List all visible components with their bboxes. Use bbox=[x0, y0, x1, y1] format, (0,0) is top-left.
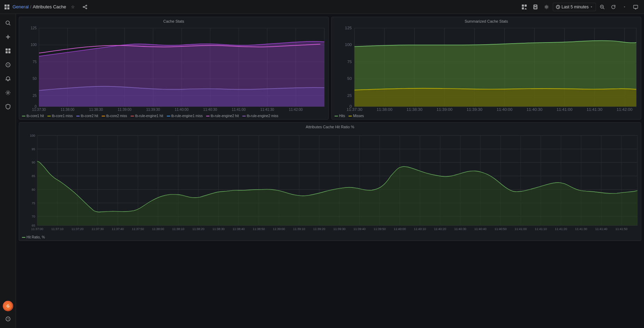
svg-rect-2 bbox=[5, 7, 7, 9]
avatar[interactable]: G bbox=[3, 301, 13, 311]
svg-text:75: 75 bbox=[33, 60, 37, 64]
svg-text:75: 75 bbox=[347, 60, 352, 64]
svg-text:11:38:30: 11:38:30 bbox=[212, 227, 225, 231]
legend-hit-ratio: Hit Ratio, % bbox=[22, 235, 45, 239]
svg-text:11:39:30: 11:39:30 bbox=[146, 108, 160, 112]
favorite-icon[interactable]: ☆ bbox=[68, 2, 78, 12]
svg-rect-1 bbox=[7, 5, 9, 7]
svg-text:11:37:20: 11:37:20 bbox=[71, 227, 84, 231]
svg-text:11:40:40: 11:40:40 bbox=[474, 227, 487, 231]
zoom-out-button[interactable] bbox=[597, 2, 607, 12]
svg-rect-22 bbox=[634, 5, 638, 8]
legend-misses: Misses bbox=[348, 114, 364, 118]
svg-rect-11 bbox=[522, 7, 524, 9]
svg-text:11:41:50: 11:41:50 bbox=[615, 227, 628, 231]
svg-text:125: 125 bbox=[31, 26, 37, 30]
sidebar-item-add[interactable] bbox=[2, 31, 14, 43]
svg-text:11:37:30: 11:37:30 bbox=[32, 108, 46, 112]
svg-text:11:38:10: 11:38:10 bbox=[172, 227, 184, 231]
svg-text:11:42:00: 11:42:00 bbox=[616, 108, 633, 112]
summarized-title: Summarized Cache Stats bbox=[332, 17, 641, 24]
svg-text:11:37:30: 11:37:30 bbox=[346, 108, 362, 112]
legend-item-re2-miss: tb-rule-engine2 miss bbox=[242, 114, 278, 118]
sidebar-item-shield[interactable] bbox=[2, 100, 14, 113]
svg-rect-28 bbox=[6, 37, 10, 37]
svg-text:11:41:10: 11:41:10 bbox=[535, 227, 547, 231]
svg-text:11:39:30: 11:39:30 bbox=[333, 227, 345, 231]
panels-top-row: Cache Stats bbox=[19, 17, 641, 120]
svg-rect-13 bbox=[525, 9, 527, 9]
svg-line-8 bbox=[84, 7, 86, 8]
sidebar-item-explore[interactable] bbox=[2, 59, 14, 71]
svg-text:11:39:00: 11:39:00 bbox=[118, 108, 132, 112]
svg-rect-16 bbox=[534, 7, 537, 9]
save-button[interactable] bbox=[531, 2, 540, 12]
sidebar-item-help[interactable]: ? bbox=[2, 313, 14, 325]
svg-text:11:39:00: 11:39:00 bbox=[273, 227, 285, 231]
svg-point-6 bbox=[86, 8, 87, 9]
svg-point-25 bbox=[6, 21, 9, 24]
svg-text:11:40:00: 11:40:00 bbox=[394, 227, 406, 231]
svg-text:11:41:30: 11:41:30 bbox=[587, 108, 603, 112]
cache-stats-chart: 125 100 75 50 25 0 11:37:30 11:38:00 11:… bbox=[19, 24, 328, 113]
svg-text:50: 50 bbox=[33, 77, 37, 81]
svg-line-7 bbox=[84, 6, 86, 6]
svg-point-35 bbox=[7, 92, 9, 94]
svg-text:50: 50 bbox=[347, 77, 352, 81]
svg-rect-31 bbox=[6, 51, 8, 53]
refresh-button[interactable] bbox=[608, 2, 618, 12]
legend-item-re2-hit: tb-rule-engine2 hit bbox=[206, 114, 239, 118]
layout: G ? Cache Stats bbox=[0, 14, 644, 328]
hit-ratio-title: Attributes Cache Hit Ratio % bbox=[19, 123, 641, 130]
svg-text:25: 25 bbox=[347, 94, 352, 98]
main-content: Cache Stats bbox=[16, 14, 644, 328]
svg-text:80: 80 bbox=[32, 188, 35, 192]
svg-text:11:40:50: 11:40:50 bbox=[494, 227, 506, 231]
svg-text:11:38:00: 11:38:00 bbox=[152, 227, 164, 231]
svg-text:11:39:00: 11:39:00 bbox=[437, 108, 453, 112]
sidebar-item-dashboards[interactable] bbox=[2, 45, 14, 57]
svg-text:75: 75 bbox=[32, 201, 35, 205]
svg-text:11:39:20: 11:39:20 bbox=[313, 227, 325, 231]
svg-text:11:37:40: 11:37:40 bbox=[112, 227, 124, 231]
svg-point-4 bbox=[86, 5, 87, 6]
cache-stats-title: Cache Stats bbox=[19, 17, 328, 24]
tv-mode-button[interactable] bbox=[631, 2, 641, 12]
svg-text:11:38:20: 11:38:20 bbox=[192, 227, 204, 231]
svg-marker-34 bbox=[7, 64, 9, 66]
summarized-legend: Hits Misses bbox=[332, 113, 641, 119]
app-grid-icon[interactable] bbox=[3, 3, 10, 10]
breadcrumb-general[interactable]: General bbox=[13, 4, 29, 9]
svg-text:11:37:50: 11:37:50 bbox=[132, 227, 144, 231]
svg-rect-29 bbox=[6, 48, 8, 51]
svg-rect-3 bbox=[7, 7, 9, 9]
sidebar-item-config[interactable] bbox=[2, 86, 14, 99]
breadcrumb-current: Attributes Cache bbox=[33, 4, 66, 9]
svg-text:100: 100 bbox=[30, 133, 35, 137]
hit-ratio-chart: 100 95 90 85 80 75 70 65 11:37:00 11:37:… bbox=[19, 130, 641, 234]
svg-text:11:40:30: 11:40:30 bbox=[527, 108, 543, 112]
svg-text:125: 125 bbox=[345, 26, 352, 30]
legend-item-re1-hit: tb-rule-engine1 hit bbox=[131, 114, 163, 118]
sidebar-bottom: G ? bbox=[2, 301, 14, 325]
legend-item-core2-hit: tb-core2 hit bbox=[76, 114, 98, 118]
svg-text:11:40:30: 11:40:30 bbox=[454, 227, 466, 231]
svg-rect-30 bbox=[8, 48, 10, 51]
share-icon[interactable] bbox=[80, 2, 90, 12]
sidebar-item-alerts[interactable] bbox=[2, 73, 14, 85]
svg-text:11:38:30: 11:38:30 bbox=[407, 108, 423, 112]
settings-button[interactable] bbox=[542, 2, 551, 12]
svg-text:11:38:00: 11:38:00 bbox=[61, 108, 74, 112]
svg-text:11:42:00: 11:42:00 bbox=[289, 108, 303, 112]
svg-text:90: 90 bbox=[32, 160, 35, 165]
cache-stats-panel: Cache Stats bbox=[19, 17, 329, 120]
refresh-dropdown-button[interactable] bbox=[620, 2, 629, 12]
hit-ratio-legend: Hit Ratio, % bbox=[19, 234, 641, 241]
svg-text:100: 100 bbox=[345, 43, 352, 47]
summarized-chart: 125 100 75 50 25 0 11:37:30 11:38:00 11:… bbox=[332, 24, 641, 113]
add-panel-button[interactable] bbox=[519, 2, 529, 12]
svg-text:11:41:00: 11:41:00 bbox=[557, 108, 573, 112]
time-range-button[interactable]: Last 5 minutes bbox=[553, 3, 596, 11]
sidebar-item-search[interactable] bbox=[2, 17, 14, 29]
svg-text:11:38:30: 11:38:30 bbox=[89, 108, 103, 112]
